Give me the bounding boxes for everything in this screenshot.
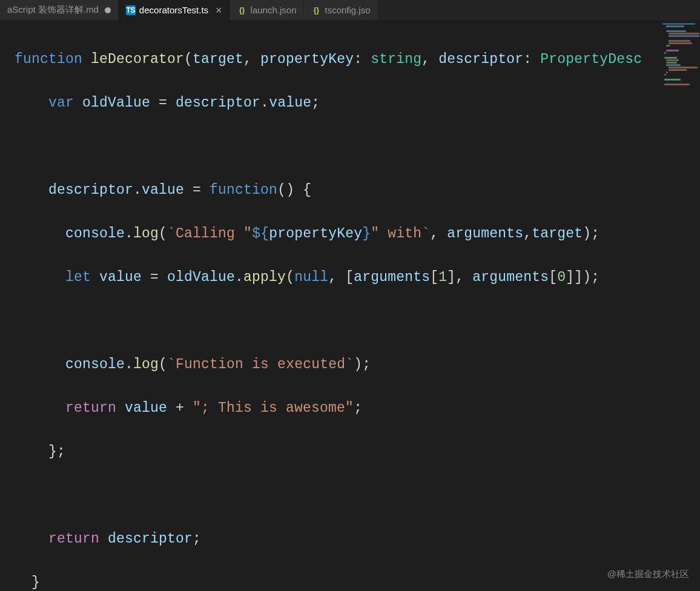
tab-decorators-test[interactable]: TS decoratorsTest.ts × [119,0,230,20]
json-icon: {} [311,5,321,15]
code-line[interactable]: console.log(`Function is executed`); [15,354,661,375]
code-line[interactable]: return descriptor; [15,528,661,550]
json-icon: {} [237,5,247,15]
code-line[interactable]: var oldValue = descriptor.value; [15,92,661,114]
code-line[interactable]: return value + "; This is awesome"; [15,397,661,419]
file-label: decoratorsTest.ts [139,5,208,15]
code-line[interactable] [15,310,661,332]
code-line[interactable]: descriptor.value = function() { [15,179,661,201]
watermark: @稀土掘金技术社区 [607,569,689,580]
code-line[interactable]: console.log(`Calling "${propertyKey}" wi… [15,223,661,245]
code-line[interactable]: }; [15,441,661,463]
typescript-icon: TS [126,5,136,15]
file-label: aScript 装饰器详解.md [7,4,99,16]
code-line[interactable] [15,484,661,506]
dirty-indicator-icon [105,7,111,13]
file-label: tsconfig.jso [325,5,370,15]
code-editor[interactable]: function leDecorator(target, propertyKey… [0,21,661,591]
tab-tsconfig-json[interactable]: {} tsconfig.jso [304,0,378,20]
minimap[interactable] [661,21,700,591]
close-icon[interactable]: × [216,5,222,16]
file-label: launch.json [251,5,297,15]
code-line[interactable]: function leDecorator(target, propertyKey… [15,48,661,70]
tab-bar: aScript 装饰器详解.md TS decoratorsTest.ts × … [0,0,700,21]
tab-markdown[interactable]: aScript 装饰器详解.md [0,0,119,20]
tab-launch-json[interactable]: {} launch.json [230,0,305,20]
code-line[interactable]: let value = oldValue.apply(null, [argume… [15,266,661,288]
editor-container: function leDecorator(target, propertyKey… [0,21,700,591]
code-line[interactable]: } [15,572,661,591]
code-line[interactable] [15,136,661,157]
